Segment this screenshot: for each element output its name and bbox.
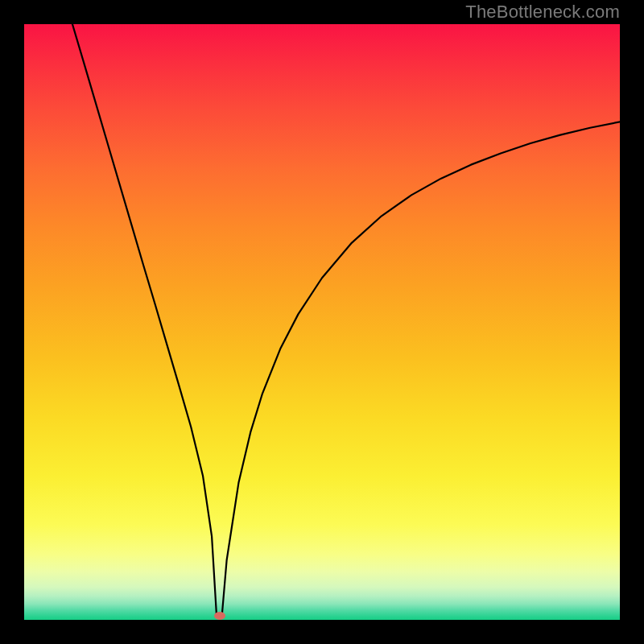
plot-area	[24, 24, 620, 620]
chart-frame: TheBottleneck.com	[0, 0, 644, 644]
bottleneck-curve	[24, 24, 620, 620]
minimum-marker	[214, 612, 225, 620]
watermark-text: TheBottleneck.com	[465, 2, 620, 23]
